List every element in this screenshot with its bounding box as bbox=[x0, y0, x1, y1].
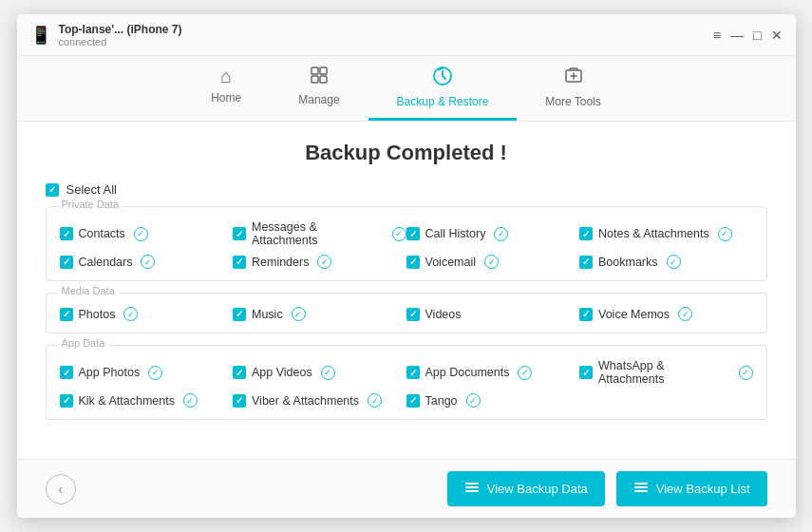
item-voicemail: Voicemail ✓ bbox=[406, 255, 580, 269]
page-title: Backup Completed ! bbox=[46, 141, 767, 165]
nav-label-home: Home bbox=[211, 91, 241, 104]
nav-item-more-tools[interactable]: More Tools bbox=[517, 56, 629, 121]
checkbox-messages[interactable] bbox=[233, 227, 246, 240]
badge-viber: ✓ bbox=[368, 393, 382, 408]
select-all-row[interactable]: Select All bbox=[46, 182, 767, 197]
checkbox-bookmarks[interactable] bbox=[579, 256, 593, 269]
checkbox-notes[interactable] bbox=[579, 227, 593, 240]
checkbox-app-documents[interactable] bbox=[406, 366, 420, 379]
view-list-icon bbox=[633, 480, 649, 498]
section-private-data: Private Data Contacts ✓ Messages & Attac… bbox=[46, 206, 767, 281]
device-name: Top-lanse'... (iPhone 7) bbox=[59, 23, 182, 36]
home-icon: ⌂ bbox=[220, 66, 232, 87]
menu-icon[interactable]: ≡ bbox=[713, 28, 721, 43]
label-music: Music bbox=[252, 308, 283, 321]
item-voice-memos: Voice Memos ✓ bbox=[579, 307, 753, 321]
label-videos: Videos bbox=[425, 308, 462, 321]
section-label-media: Media Data bbox=[58, 285, 119, 296]
view-backup-list-button[interactable]: View Backup List bbox=[616, 471, 767, 506]
nav-label-manage: Manage bbox=[298, 93, 339, 106]
label-contacts: Contacts bbox=[79, 227, 125, 240]
checkbox-app-videos[interactable] bbox=[233, 366, 246, 379]
badge-voicemail: ✓ bbox=[484, 255, 499, 269]
view-data-icon bbox=[464, 480, 480, 498]
backup-restore-icon bbox=[432, 66, 453, 91]
nav-item-manage[interactable]: Manage bbox=[270, 56, 368, 121]
item-bookmarks: Bookmarks ✓ bbox=[579, 255, 753, 269]
label-bookmarks: Bookmarks bbox=[598, 256, 658, 269]
section-media-data: Media Data Photos ✓ Music ✓ Videos bbox=[46, 293, 767, 333]
item-app-documents: App Documents ✓ bbox=[406, 359, 580, 386]
item-videos: Videos bbox=[406, 307, 580, 321]
label-tango: Tango bbox=[425, 394, 458, 408]
checkbox-call-history[interactable] bbox=[406, 227, 420, 240]
footer: ‹ View Backup Data bbox=[17, 459, 796, 518]
nav-item-home[interactable]: ⌂ Home bbox=[182, 56, 270, 121]
back-button[interactable]: ‹ bbox=[46, 474, 76, 504]
close-icon[interactable]: ✕ bbox=[771, 28, 783, 43]
badge-notes: ✓ bbox=[718, 227, 732, 241]
item-viber: Viber & Attachments ✓ bbox=[233, 393, 406, 408]
checkbox-voicemail[interactable] bbox=[406, 256, 420, 269]
checkbox-calendars[interactable] bbox=[60, 256, 73, 269]
nav-label-more-tools: More Tools bbox=[545, 95, 600, 108]
section-label-app: App Data bbox=[58, 337, 109, 349]
badge-photos: ✓ bbox=[123, 307, 138, 321]
checkbox-viber[interactable] bbox=[233, 394, 246, 408]
media-data-grid: Photos ✓ Music ✓ Videos Voice Memos ✓ bbox=[60, 307, 753, 321]
label-app-documents: App Documents bbox=[425, 366, 510, 379]
badge-calendars: ✓ bbox=[141, 255, 155, 269]
footer-buttons: View Backup Data View Backup List bbox=[447, 471, 767, 506]
back-icon: ‹ bbox=[58, 482, 63, 497]
label-photos: Photos bbox=[79, 308, 116, 321]
badge-messages: ✓ bbox=[392, 227, 406, 241]
svg-rect-6 bbox=[465, 483, 479, 484]
checkbox-kik[interactable] bbox=[60, 394, 73, 408]
item-photos: Photos ✓ bbox=[60, 307, 234, 321]
item-contacts: Contacts ✓ bbox=[60, 220, 234, 247]
checkbox-reminders[interactable] bbox=[233, 256, 246, 269]
badge-app-videos: ✓ bbox=[321, 366, 335, 380]
label-app-videos: App Videos bbox=[252, 366, 312, 379]
window-controls: ≡ — □ ✕ bbox=[713, 28, 783, 43]
section-label-private: Private Data bbox=[58, 199, 123, 210]
badge-kik: ✓ bbox=[183, 393, 198, 408]
item-music: Music ✓ bbox=[233, 307, 406, 321]
minimize-icon[interactable]: — bbox=[730, 28, 744, 43]
checkbox-app-photos[interactable] bbox=[60, 366, 73, 379]
label-calendars: Calendars bbox=[79, 256, 133, 269]
svg-rect-7 bbox=[465, 486, 479, 488]
label-call-history: Call History bbox=[425, 227, 486, 240]
item-messages: Messages & Attachments ✓ bbox=[233, 220, 406, 247]
checkbox-contacts[interactable] bbox=[60, 227, 73, 240]
device-info: 📱 Top-lanse'... (iPhone 7) connected bbox=[30, 23, 182, 48]
nav-item-backup-restore[interactable]: Backup & Restore bbox=[368, 56, 518, 121]
item-app-videos: App Videos ✓ bbox=[233, 359, 406, 386]
svg-rect-9 bbox=[634, 483, 648, 484]
section-app-data: App Data App Photos ✓ App Videos ✓ App D… bbox=[46, 345, 767, 420]
maximize-icon[interactable]: □ bbox=[753, 28, 761, 43]
badge-whatsapp: ✓ bbox=[739, 366, 753, 380]
checkbox-photos[interactable] bbox=[60, 308, 73, 321]
checkbox-music[interactable] bbox=[233, 308, 246, 321]
svg-rect-2 bbox=[312, 76, 318, 83]
item-app-photos: App Photos ✓ bbox=[60, 359, 234, 386]
nav-label-backup-restore: Backup & Restore bbox=[397, 95, 489, 108]
badge-tango: ✓ bbox=[466, 393, 481, 408]
item-whatsapp: WhatsApp & Attachments ✓ bbox=[579, 359, 753, 386]
checkbox-videos[interactable] bbox=[406, 308, 420, 321]
select-all-checkbox[interactable] bbox=[46, 183, 59, 197]
titlebar: 📱 Top-lanse'... (iPhone 7) connected ≡ —… bbox=[17, 14, 796, 56]
svg-rect-1 bbox=[320, 67, 327, 74]
manage-icon bbox=[310, 66, 329, 89]
view-backup-data-button[interactable]: View Backup Data bbox=[447, 471, 605, 506]
item-calendars: Calendars ✓ bbox=[60, 255, 234, 269]
checkbox-tango[interactable] bbox=[406, 394, 420, 408]
label-voicemail: Voicemail bbox=[425, 256, 477, 269]
checkbox-voice-memos[interactable] bbox=[579, 308, 593, 321]
badge-voice-memos: ✓ bbox=[678, 307, 692, 321]
checkbox-whatsapp[interactable] bbox=[579, 366, 593, 379]
navbar: ⌂ Home Manage Backup bbox=[17, 56, 796, 122]
svg-rect-11 bbox=[634, 490, 648, 492]
phone-icon: 📱 bbox=[30, 25, 51, 46]
